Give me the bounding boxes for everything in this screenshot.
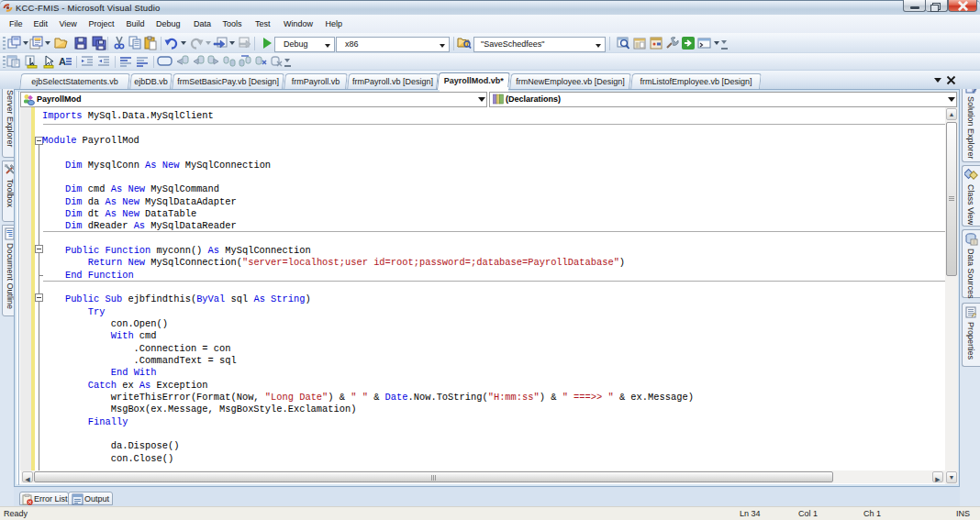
svg-text:A: A	[59, 56, 66, 67]
